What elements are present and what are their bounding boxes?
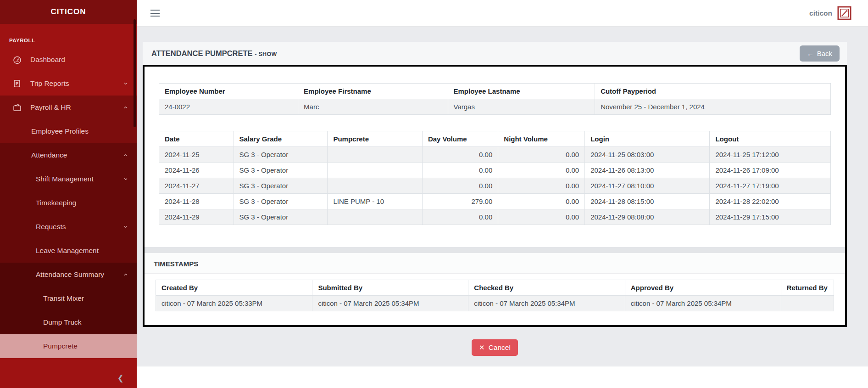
sidebar-item-label: Attendance bbox=[31, 151, 67, 159]
column-header: Night Volume bbox=[498, 131, 585, 147]
date-cell: 2024-11-25 bbox=[159, 147, 234, 163]
sidebar-item-label: Dump Truck bbox=[43, 318, 82, 326]
table-row: 2024-11-28 SG 3 - Operator LINE PUMP - 1… bbox=[159, 194, 831, 209]
sidebar-item-label: Transit Mixer bbox=[43, 294, 84, 303]
sidebar-item-employee-profiles[interactable]: Employee Profiles bbox=[0, 119, 137, 143]
hamburger-menu-icon[interactable] bbox=[150, 10, 160, 17]
table-row: 2024-11-26 SG 3 - Operator 0.00 0.00 202… bbox=[159, 163, 831, 178]
salary-grade-cell: SG 3 - Operator bbox=[234, 194, 328, 209]
back-arrow-icon: ← bbox=[807, 50, 814, 57]
column-header: Approved By bbox=[625, 280, 781, 296]
sidebar-scrollbar[interactable] bbox=[134, 19, 136, 127]
table-row: 2024-11-29 SG 3 - Operator 0.00 0.00 202… bbox=[159, 209, 831, 225]
day-volume-cell: 279.00 bbox=[422, 194, 498, 209]
employee-table: Employee Number Employee Firstname Emplo… bbox=[159, 83, 831, 115]
sidebar-collapse-bar[interactable]: ❮ bbox=[0, 368, 137, 388]
gauge-icon bbox=[12, 55, 22, 65]
sidebar-section-label: PAYROLL bbox=[0, 38, 137, 43]
column-header: Cutoff Payperiod bbox=[595, 84, 831, 99]
login-cell: 2024-11-25 08:03:00 bbox=[585, 147, 710, 163]
form-actions: ✕ Cancel bbox=[143, 339, 847, 356]
chevron-down-icon bbox=[123, 176, 128, 182]
topbar-brand-text: citicon bbox=[809, 9, 832, 17]
logout-cell: 2024-11-29 17:15:00 bbox=[710, 209, 831, 225]
collapse-left-icon: ❮ bbox=[117, 373, 124, 383]
sidebar-item-pumpcrete[interactable]: Pumpcrete bbox=[0, 334, 137, 358]
column-header: Day Volume bbox=[422, 131, 498, 147]
back-button[interactable]: ← Back bbox=[800, 45, 840, 62]
login-cell: 2024-11-27 08:10:00 bbox=[585, 178, 710, 194]
column-header: Returned By bbox=[781, 280, 834, 296]
sidebar-item-shift-management[interactable]: Shift Management bbox=[0, 167, 137, 191]
sidebar-item-requests[interactable]: Requests bbox=[0, 215, 137, 239]
attendance-card: ATTENDANCE PUMPCRETE - SHOW ← Back bbox=[143, 42, 847, 327]
footer bbox=[137, 366, 868, 388]
logout-cell: 2024-11-26 17:09:00 bbox=[710, 163, 831, 178]
timestamps-table-row: citicon - 07 March 2025 05:33PM citicon … bbox=[156, 296, 834, 311]
returned-by-cell bbox=[781, 296, 834, 311]
night-volume-cell: 0.00 bbox=[498, 209, 585, 225]
sidebar-item-trip-reports[interactable]: Trip Reports bbox=[0, 72, 137, 96]
chevron-down-icon bbox=[123, 81, 128, 86]
sidebar-item-attendance[interactable]: Attendance bbox=[0, 143, 137, 167]
sidebar-item-attendance-summary[interactable]: Attendance Summary bbox=[0, 263, 137, 287]
login-cell: 2024-11-29 08:08:00 bbox=[585, 209, 710, 225]
page-title: ATTENDANCE PUMPCRETE - SHOW bbox=[151, 49, 277, 58]
table-row: 2024-11-27 SG 3 - Operator 0.00 0.00 202… bbox=[159, 178, 831, 194]
column-header: Logout bbox=[710, 131, 831, 147]
document-icon bbox=[12, 79, 22, 89]
day-volume-cell: 0.00 bbox=[422, 147, 498, 163]
topbar-brand[interactable]: citicon bbox=[809, 6, 851, 20]
day-volume-cell: 0.00 bbox=[422, 163, 498, 178]
column-header: Salary Grade bbox=[234, 131, 328, 147]
sidebar-item-dump-truck[interactable]: Dump Truck bbox=[0, 310, 137, 334]
sidebar-item-label: Payroll & HR bbox=[30, 103, 71, 112]
sidebar-item-label: Requests bbox=[36, 223, 66, 231]
night-volume-cell: 0.00 bbox=[498, 163, 585, 178]
pumpcrete-cell: LINE PUMP - 10 bbox=[328, 194, 422, 209]
logout-cell: 2024-11-25 17:12:00 bbox=[710, 147, 831, 163]
sidebar-item-transit-mixer[interactable]: Transit Mixer bbox=[0, 287, 137, 310]
sidebar-group-root: Dashboard Trip Reports bbox=[0, 48, 137, 96]
logout-cell: 2024-11-27 17:19:00 bbox=[710, 178, 831, 194]
timestamps-table-header-row: Created By Submitted By Checked By Appro… bbox=[156, 280, 834, 296]
sidebar-item-label: Timekeeping bbox=[36, 199, 76, 207]
sidebar-item-label: Employee Profiles bbox=[31, 127, 89, 135]
chevron-down-icon bbox=[123, 224, 128, 230]
date-cell: 2024-11-27 bbox=[159, 178, 234, 194]
sidebar-item-label: Pumpcrete bbox=[43, 342, 78, 350]
checked-by-cell: citicon - 07 March 2025 05:34PM bbox=[468, 296, 625, 311]
sidebar-item-label: Dashboard bbox=[30, 56, 65, 64]
attendance-table-header-row: Date Salary Grade Pumpcrete Day Volume N… bbox=[159, 131, 831, 147]
topbar: citicon bbox=[137, 0, 868, 27]
chevron-up-icon bbox=[123, 152, 128, 158]
timestamps-section-title: TIMESTAMPS bbox=[145, 253, 845, 274]
cancel-button[interactable]: ✕ Cancel bbox=[472, 339, 518, 356]
pumpcrete-cell bbox=[328, 178, 422, 194]
sidebar-group-attendance-summary: Attendance Summary Transit Mixer Dump Tr… bbox=[0, 263, 137, 358]
sidebar-item-leave-management[interactable]: Leave Management bbox=[0, 239, 137, 263]
night-volume-cell: 0.00 bbox=[498, 194, 585, 209]
date-cell: 2024-11-28 bbox=[159, 194, 234, 209]
logout-cell: 2024-11-28 22:02:00 bbox=[710, 194, 831, 209]
record-detail-box: Employee Number Employee Firstname Emplo… bbox=[143, 65, 847, 327]
page-title-suffix: - SHOW bbox=[255, 51, 277, 57]
column-header: Employee Lastname bbox=[448, 84, 595, 99]
login-cell: 2024-11-26 08:13:00 bbox=[585, 163, 710, 178]
sidebar-item-timekeeping[interactable]: Timekeeping bbox=[0, 191, 137, 215]
sidebar: CITICON PAYROLL Dashboard Trip Reports bbox=[0, 0, 137, 388]
content-area: ATTENDANCE PUMPCRETE - SHOW ← Back bbox=[137, 27, 868, 366]
sidebar-item-payroll-hr[interactable]: Payroll & HR bbox=[0, 96, 137, 119]
column-header: Employee Number bbox=[159, 84, 298, 99]
employee-table-header-row: Employee Number Employee Firstname Emplo… bbox=[159, 84, 831, 99]
employee-lastname-cell: Vargas bbox=[448, 99, 595, 115]
submitted-by-cell: citicon - 07 March 2025 05:34PM bbox=[312, 296, 468, 311]
chevron-up-icon bbox=[123, 272, 128, 277]
sidebar-group-attendance: Attendance Shift Management Timekeeping … bbox=[0, 143, 137, 263]
sidebar-group-payroll-hr: Payroll & HR Employee Profiles bbox=[0, 96, 137, 143]
night-volume-cell: 0.00 bbox=[498, 147, 585, 163]
citicon-logo-icon bbox=[837, 6, 851, 20]
sidebar-item-dashboard[interactable]: Dashboard bbox=[0, 48, 137, 72]
employee-firstname-cell: Marc bbox=[298, 99, 448, 115]
column-header: Pumpcrete bbox=[328, 131, 422, 147]
